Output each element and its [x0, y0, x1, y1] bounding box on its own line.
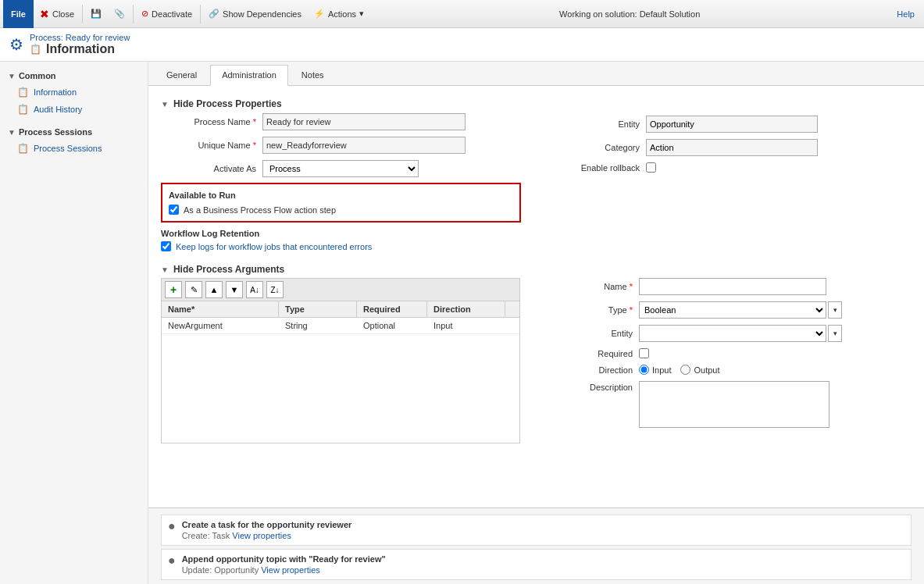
input-radio-option[interactable]: Input: [639, 365, 671, 375]
arg-entity-select[interactable]: [639, 325, 826, 342]
process-args-collapse-arrow: ▼: [161, 265, 169, 274]
arg-type-select-wrap: Boolean String Integer ▾: [639, 301, 842, 319]
sort-az-button[interactable]: A↓: [246, 281, 263, 298]
tab-notes[interactable]: Notes: [290, 65, 336, 85]
arg-name-input[interactable]: [639, 278, 826, 295]
workflow-log-section: Workflow Log Retention Keep logs for wor…: [161, 229, 521, 251]
process-name-required: *: [253, 117, 256, 126]
process-name-input[interactable]: [262, 113, 466, 130]
col-header-direction: Direction: [427, 301, 505, 317]
add-argument-button[interactable]: +: [165, 281, 182, 298]
properties-section: Process Name * Unique Name *: [161, 112, 912, 251]
process-name-label: Process Name *: [161, 117, 262, 126]
workflow-log-title: Workflow Log Retention: [161, 229, 521, 238]
action-view-properties-link-2[interactable]: View properties: [261, 565, 320, 575]
direction-radio-group: Input Output: [639, 365, 720, 375]
close-button[interactable]: ✖ Close: [34, 2, 80, 26]
info-icon: 📋: [30, 44, 41, 55]
available-to-run-box: Available to Run As a Business Process F…: [161, 183, 521, 223]
col-header-name: Name*: [162, 301, 279, 317]
action-bullet-1: ●: [168, 520, 176, 532]
actions-button[interactable]: ⚡ Actions ▾: [308, 2, 370, 26]
type-dropdown-arrow[interactable]: ▾: [828, 301, 842, 319]
bpf-checkbox[interactable]: [169, 205, 179, 215]
attach-icon: 📎: [114, 9, 125, 19]
audit-history-icon: 📋: [17, 104, 29, 115]
show-dependencies-button[interactable]: 🔗 Show Dependencies: [202, 2, 308, 26]
deactivate-button[interactable]: ⊘ Deactivate: [135, 2, 198, 26]
move-up-button[interactable]: ▲: [205, 281, 223, 298]
action-view-properties-link-1[interactable]: View properties: [232, 531, 291, 540]
activate-as-select[interactable]: Process: [262, 160, 419, 177]
category-row: Category: [552, 139, 912, 156]
actions-dropdown-icon: ▾: [359, 9, 364, 19]
file-button[interactable]: File: [3, 0, 34, 28]
edit-argument-button[interactable]: ✎: [185, 281, 202, 298]
action-row-2: ● Append opportunity topic with "Ready f…: [161, 549, 912, 580]
save-icon: 💾: [91, 9, 102, 19]
actions-icon: ⚡: [314, 9, 325, 19]
deactivate-icon: ⊘: [141, 9, 148, 19]
process-name-row: Process Name *: [161, 112, 521, 131]
help-link[interactable]: Help: [897, 9, 921, 19]
attach-icon-button[interactable]: 📎: [108, 2, 131, 26]
output-radio-option[interactable]: Output: [680, 365, 719, 375]
sort-za-button[interactable]: Z↓: [266, 281, 284, 298]
arg-type-select[interactable]: Boolean String Integer: [639, 301, 826, 319]
workflow-log-row[interactable]: Keep logs for workflow jobs that encount…: [161, 241, 521, 251]
process-header-icon: ⚙: [9, 35, 23, 54]
left-properties-col: Process Name * Unique Name *: [161, 112, 521, 251]
arg-direction-cell: Input: [427, 318, 505, 333]
entity-dropdown-arrow[interactable]: ▾: [828, 325, 842, 342]
tab-general[interactable]: General: [155, 65, 209, 85]
arguments-table: Name* Type Required Direction NewArgumen…: [161, 301, 520, 443]
input-radio[interactable]: [639, 365, 649, 375]
table-body: NewArgument String Optional Input: [162, 318, 519, 443]
workflow-log-checkbox[interactable]: [161, 241, 171, 251]
arg-direction-row: Direction Input Output: [545, 365, 829, 375]
close-icon: ✖: [40, 8, 49, 20]
arguments-table-section: + ✎ ▲ ▼ A↓ Z↓ Name* Type Req: [161, 278, 520, 443]
page-title: Information: [46, 42, 115, 56]
category-input: [646, 139, 818, 156]
arg-entity-label: Entity: [545, 329, 639, 338]
action-detail-2: Update: Opportunity View properties: [182, 565, 904, 575]
save-icon-button[interactable]: 💾: [84, 2, 108, 26]
enable-rollback-checkbox[interactable]: [646, 162, 656, 173]
arg-type-row: Type * Boolean String Integer ▾: [545, 301, 829, 319]
sidebar-item-process-sessions[interactable]: 📋 Process Sessions: [0, 140, 148, 157]
breadcrumb[interactable]: Process: Ready for review: [30, 33, 130, 42]
action-title-1: Create a task for the opportunity review…: [182, 520, 904, 529]
business-process-flow-row: As a Business Process Flow action step: [169, 205, 513, 215]
tab-administration[interactable]: Administration: [210, 65, 288, 86]
sidebar-item-information[interactable]: 📋 Information: [0, 84, 148, 101]
arg-type-label: Type *: [545, 305, 639, 315]
process-sessions-icon: 📋: [17, 143, 29, 154]
sidebar: ▼ Common 📋 Information 📋 Audit History ▼…: [0, 62, 148, 584]
working-solution-text: Working on solution: Default Solution: [559, 9, 708, 19]
arg-description-label: Description: [545, 381, 639, 392]
activate-as-select-wrap: Process: [262, 160, 419, 177]
common-section-header[interactable]: ▼ Common: [0, 68, 148, 84]
information-icon: 📋: [17, 87, 29, 98]
content-area: General Administration Notes ▼ Hide Proc…: [148, 62, 924, 584]
process-sessions-section-header[interactable]: ▼ Process Sessions: [0, 124, 148, 140]
process-sessions-collapse-arrow: ▼: [8, 128, 16, 137]
action-info-2: Append opportunity topic with "Ready for…: [182, 554, 904, 575]
hide-process-properties-header[interactable]: ▼ Hide Process Properties: [161, 94, 912, 112]
move-down-button[interactable]: ▼: [226, 281, 243, 298]
output-radio[interactable]: [680, 365, 690, 375]
args-toolbar: + ✎ ▲ ▼ A↓ Z↓: [161, 278, 520, 301]
action-info-1: Create a task for the opportunity review…: [182, 520, 904, 540]
arg-description-textarea[interactable]: [639, 381, 829, 428]
table-row[interactable]: NewArgument String Optional Input: [162, 318, 519, 334]
table-header: Name* Type Required Direction: [162, 301, 519, 318]
unique-name-input[interactable]: [262, 137, 466, 154]
arg-required-checkbox[interactable]: [639, 348, 649, 358]
common-collapse-arrow: ▼: [8, 72, 16, 80]
main-layout: ▼ Common 📋 Information 📋 Audit History ▼…: [0, 62, 924, 584]
activate-as-row: Activate As Process: [161, 159, 521, 178]
bottom-actions-section: ● Create a task for the opportunity revi…: [148, 507, 924, 584]
process-args-collapse-header[interactable]: ▼ Hide Process Arguments: [161, 259, 912, 278]
sidebar-item-audit-history[interactable]: 📋 Audit History: [0, 101, 148, 118]
